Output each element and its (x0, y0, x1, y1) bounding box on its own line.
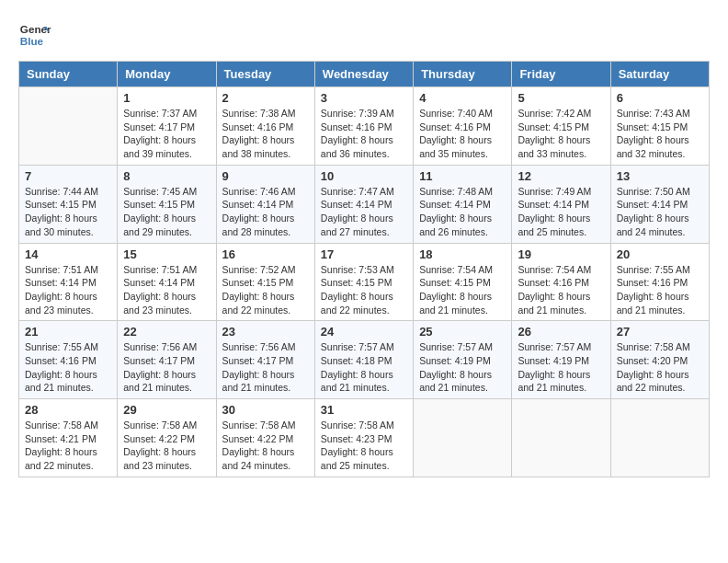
day-number: 7 (25, 169, 111, 183)
calendar-cell: 5Sunrise: 7:42 AMSunset: 4:15 PMDaylight… (512, 87, 610, 166)
calendar-cell: 26Sunrise: 7:57 AMSunset: 4:19 PMDayligh… (512, 321, 610, 399)
day-info: Sunrise: 7:57 AMSunset: 4:19 PMDaylight:… (518, 340, 604, 395)
day-number: 12 (518, 169, 604, 183)
calendar-cell: 7Sunrise: 7:44 AMSunset: 4:15 PMDaylight… (19, 165, 118, 243)
calendar-cell: 4Sunrise: 7:40 AMSunset: 4:16 PMDaylight… (414, 87, 512, 166)
day-info: Sunrise: 7:56 AMSunset: 4:17 PMDaylight:… (123, 340, 210, 395)
day-info: Sunrise: 7:58 AMSunset: 4:23 PMDaylight:… (321, 419, 407, 473)
day-number: 22 (123, 325, 210, 339)
day-info: Sunrise: 7:46 AMSunset: 4:14 PMDaylight:… (222, 185, 309, 239)
calendar-cell: 14Sunrise: 7:51 AMSunset: 4:14 PMDayligh… (19, 243, 118, 321)
day-number: 21 (25, 325, 111, 339)
day-info: Sunrise: 7:39 AMSunset: 4:16 PMDaylight:… (321, 107, 407, 161)
day-number: 23 (222, 325, 309, 339)
calendar-table: SundayMondayTuesdayWednesdayThursdayFrid… (18, 61, 710, 477)
calendar-week-row: 28Sunrise: 7:58 AMSunset: 4:21 PMDayligh… (19, 399, 710, 477)
day-info: Sunrise: 7:55 AMSunset: 4:16 PMDaylight:… (25, 340, 111, 395)
calendar-cell: 19Sunrise: 7:54 AMSunset: 4:16 PMDayligh… (512, 243, 610, 321)
calendar-cell: 16Sunrise: 7:52 AMSunset: 4:15 PMDayligh… (216, 243, 314, 321)
day-number: 27 (617, 325, 703, 339)
day-number: 15 (123, 247, 210, 261)
calendar-cell: 2Sunrise: 7:38 AMSunset: 4:16 PMDaylight… (216, 87, 314, 166)
day-number: 19 (518, 247, 604, 261)
calendar-header-row: SundayMondayTuesdayWednesdayThursdayFrid… (19, 62, 710, 87)
calendar-cell: 11Sunrise: 7:48 AMSunset: 4:14 PMDayligh… (414, 165, 512, 243)
day-info: Sunrise: 7:48 AMSunset: 4:14 PMDaylight:… (419, 185, 506, 239)
day-number: 13 (617, 169, 703, 183)
day-number: 26 (518, 325, 604, 339)
day-info: Sunrise: 7:52 AMSunset: 4:15 PMDaylight:… (222, 263, 309, 317)
day-info: Sunrise: 7:50 AMSunset: 4:14 PMDaylight:… (617, 185, 703, 239)
calendar-cell: 17Sunrise: 7:53 AMSunset: 4:15 PMDayligh… (314, 243, 413, 321)
logo: General Blue (18, 18, 51, 52)
header-cell-friday: Friday (512, 62, 610, 87)
day-number: 5 (518, 91, 604, 105)
day-number: 31 (321, 403, 407, 417)
day-info: Sunrise: 7:42 AMSunset: 4:15 PMDaylight:… (518, 107, 604, 161)
header-cell-monday: Monday (118, 62, 216, 87)
day-number: 4 (419, 91, 506, 105)
day-info: Sunrise: 7:40 AMSunset: 4:16 PMDaylight:… (419, 107, 506, 161)
calendar-cell (414, 399, 512, 477)
day-number: 2 (222, 91, 309, 105)
day-info: Sunrise: 7:57 AMSunset: 4:18 PMDaylight:… (321, 340, 407, 395)
day-number: 9 (222, 169, 309, 183)
day-info: Sunrise: 7:51 AMSunset: 4:14 PMDaylight:… (25, 263, 111, 317)
calendar-cell: 8Sunrise: 7:45 AMSunset: 4:15 PMDaylight… (118, 165, 216, 243)
calendar-week-row: 21Sunrise: 7:55 AMSunset: 4:16 PMDayligh… (19, 321, 710, 399)
calendar-cell (512, 399, 610, 477)
day-info: Sunrise: 7:56 AMSunset: 4:17 PMDaylight:… (222, 340, 309, 395)
calendar-week-row: 14Sunrise: 7:51 AMSunset: 4:14 PMDayligh… (19, 243, 710, 321)
calendar-cell: 20Sunrise: 7:55 AMSunset: 4:16 PMDayligh… (610, 243, 709, 321)
day-number: 18 (419, 247, 506, 261)
calendar-cell: 9Sunrise: 7:46 AMSunset: 4:14 PMDaylight… (216, 165, 314, 243)
calendar-cell: 30Sunrise: 7:58 AMSunset: 4:22 PMDayligh… (216, 399, 314, 477)
day-info: Sunrise: 7:37 AMSunset: 4:17 PMDaylight:… (123, 107, 210, 161)
day-info: Sunrise: 7:58 AMSunset: 4:21 PMDaylight:… (25, 419, 111, 473)
calendar-week-row: 7Sunrise: 7:44 AMSunset: 4:15 PMDaylight… (19, 165, 710, 243)
day-number: 25 (419, 325, 506, 339)
header-cell-wednesday: Wednesday (314, 62, 413, 87)
day-info: Sunrise: 7:47 AMSunset: 4:14 PMDaylight:… (321, 185, 407, 239)
calendar-cell: 18Sunrise: 7:54 AMSunset: 4:15 PMDayligh… (414, 243, 512, 321)
day-number: 3 (321, 91, 407, 105)
calendar-cell: 15Sunrise: 7:51 AMSunset: 4:14 PMDayligh… (118, 243, 216, 321)
calendar-cell: 10Sunrise: 7:47 AMSunset: 4:14 PMDayligh… (314, 165, 413, 243)
day-number: 16 (222, 247, 309, 261)
calendar-week-row: 1Sunrise: 7:37 AMSunset: 4:17 PMDaylight… (19, 87, 710, 166)
calendar-cell: 6Sunrise: 7:43 AMSunset: 4:15 PMDaylight… (610, 87, 709, 166)
day-number: 1 (123, 91, 210, 105)
calendar-cell (19, 87, 118, 166)
day-number: 14 (25, 247, 111, 261)
day-info: Sunrise: 7:45 AMSunset: 4:15 PMDaylight:… (123, 185, 210, 239)
day-info: Sunrise: 7:57 AMSunset: 4:19 PMDaylight:… (419, 340, 506, 395)
day-number: 17 (321, 247, 407, 261)
day-info: Sunrise: 7:55 AMSunset: 4:16 PMDaylight:… (617, 263, 703, 317)
day-number: 6 (617, 91, 703, 105)
day-info: Sunrise: 7:58 AMSunset: 4:22 PMDaylight:… (123, 419, 210, 473)
calendar-cell (610, 399, 709, 477)
day-number: 10 (321, 169, 407, 183)
day-info: Sunrise: 7:51 AMSunset: 4:14 PMDaylight:… (123, 263, 210, 317)
calendar-cell: 29Sunrise: 7:58 AMSunset: 4:22 PMDayligh… (118, 399, 216, 477)
calendar-cell: 27Sunrise: 7:58 AMSunset: 4:20 PMDayligh… (610, 321, 709, 399)
calendar-cell: 24Sunrise: 7:57 AMSunset: 4:18 PMDayligh… (314, 321, 413, 399)
calendar-cell: 22Sunrise: 7:56 AMSunset: 4:17 PMDayligh… (118, 321, 216, 399)
calendar-cell: 23Sunrise: 7:56 AMSunset: 4:17 PMDayligh… (216, 321, 314, 399)
day-info: Sunrise: 7:43 AMSunset: 4:15 PMDaylight:… (617, 107, 703, 161)
calendar-cell: 1Sunrise: 7:37 AMSunset: 4:17 PMDaylight… (118, 87, 216, 166)
day-info: Sunrise: 7:54 AMSunset: 4:16 PMDaylight:… (518, 263, 604, 317)
calendar-cell: 12Sunrise: 7:49 AMSunset: 4:14 PMDayligh… (512, 165, 610, 243)
day-info: Sunrise: 7:38 AMSunset: 4:16 PMDaylight:… (222, 107, 309, 161)
day-info: Sunrise: 7:53 AMSunset: 4:15 PMDaylight:… (321, 263, 407, 317)
header-cell-thursday: Thursday (414, 62, 512, 87)
calendar-cell: 13Sunrise: 7:50 AMSunset: 4:14 PMDayligh… (610, 165, 709, 243)
calendar-cell: 31Sunrise: 7:58 AMSunset: 4:23 PMDayligh… (314, 399, 413, 477)
day-number: 28 (25, 403, 111, 417)
day-info: Sunrise: 7:44 AMSunset: 4:15 PMDaylight:… (25, 185, 111, 239)
day-info: Sunrise: 7:49 AMSunset: 4:14 PMDaylight:… (518, 185, 604, 239)
day-number: 29 (123, 403, 210, 417)
header-cell-saturday: Saturday (610, 62, 709, 87)
logo-icon: General Blue (18, 18, 51, 52)
header-cell-tuesday: Tuesday (216, 62, 314, 87)
